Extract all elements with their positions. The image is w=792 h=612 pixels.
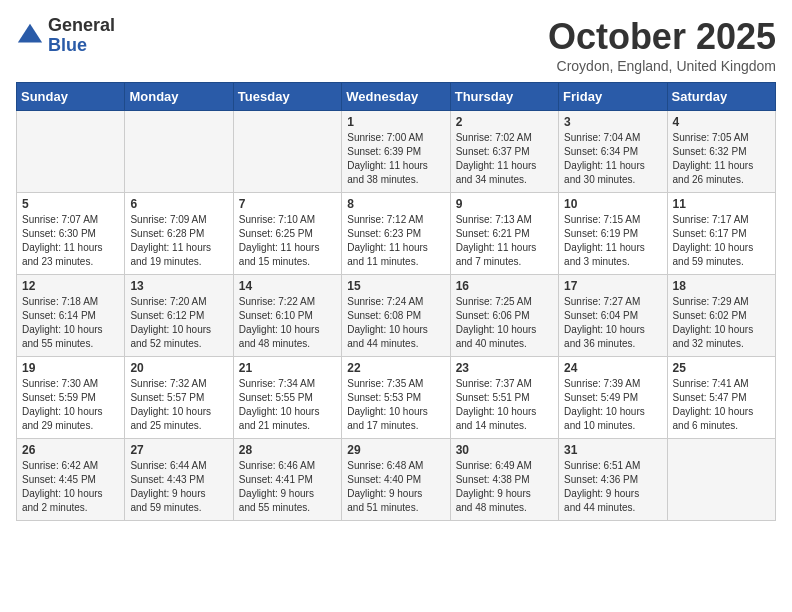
cell-w5-d3: 28Sunrise: 6:46 AM Sunset: 4:41 PM Dayli… <box>233 439 341 521</box>
logo-blue-text: Blue <box>48 36 115 56</box>
day-info: Sunrise: 7:37 AM Sunset: 5:51 PM Dayligh… <box>456 377 553 433</box>
cell-w5-d4: 29Sunrise: 6:48 AM Sunset: 4:40 PM Dayli… <box>342 439 450 521</box>
cell-w3-d7: 18Sunrise: 7:29 AM Sunset: 6:02 PM Dayli… <box>667 275 775 357</box>
day-info: Sunrise: 7:09 AM Sunset: 6:28 PM Dayligh… <box>130 213 227 269</box>
cell-w2-d7: 11Sunrise: 7:17 AM Sunset: 6:17 PM Dayli… <box>667 193 775 275</box>
page-header: General Blue October 2025 Croydon, Engla… <box>16 16 776 74</box>
day-info: Sunrise: 7:27 AM Sunset: 6:04 PM Dayligh… <box>564 295 661 351</box>
header-sunday: Sunday <box>17 83 125 111</box>
day-number: 1 <box>347 115 444 129</box>
day-number: 13 <box>130 279 227 293</box>
day-number: 15 <box>347 279 444 293</box>
cell-w2-d2: 6Sunrise: 7:09 AM Sunset: 6:28 PM Daylig… <box>125 193 233 275</box>
cell-w5-d5: 30Sunrise: 6:49 AM Sunset: 4:38 PM Dayli… <box>450 439 558 521</box>
day-info: Sunrise: 6:48 AM Sunset: 4:40 PM Dayligh… <box>347 459 444 515</box>
day-number: 22 <box>347 361 444 375</box>
cell-w2-d3: 7Sunrise: 7:10 AM Sunset: 6:25 PM Daylig… <box>233 193 341 275</box>
cell-w2-d5: 9Sunrise: 7:13 AM Sunset: 6:21 PM Daylig… <box>450 193 558 275</box>
month-title: October 2025 <box>548 16 776 58</box>
week-row-1: 1Sunrise: 7:00 AM Sunset: 6:39 PM Daylig… <box>17 111 776 193</box>
cell-w1-d1 <box>17 111 125 193</box>
cell-w5-d7 <box>667 439 775 521</box>
cell-w3-d2: 13Sunrise: 7:20 AM Sunset: 6:12 PM Dayli… <box>125 275 233 357</box>
day-info: Sunrise: 6:44 AM Sunset: 4:43 PM Dayligh… <box>130 459 227 515</box>
header-saturday: Saturday <box>667 83 775 111</box>
header-tuesday: Tuesday <box>233 83 341 111</box>
day-info: Sunrise: 7:10 AM Sunset: 6:25 PM Dayligh… <box>239 213 336 269</box>
logo-general-text: General <box>48 16 115 36</box>
cell-w5-d1: 26Sunrise: 6:42 AM Sunset: 4:45 PM Dayli… <box>17 439 125 521</box>
day-number: 24 <box>564 361 661 375</box>
day-number: 16 <box>456 279 553 293</box>
cell-w1-d7: 4Sunrise: 7:05 AM Sunset: 6:32 PM Daylig… <box>667 111 775 193</box>
day-info: Sunrise: 7:22 AM Sunset: 6:10 PM Dayligh… <box>239 295 336 351</box>
day-info: Sunrise: 7:15 AM Sunset: 6:19 PM Dayligh… <box>564 213 661 269</box>
day-number: 11 <box>673 197 770 211</box>
cell-w2-d6: 10Sunrise: 7:15 AM Sunset: 6:19 PM Dayli… <box>559 193 667 275</box>
cell-w4-d5: 23Sunrise: 7:37 AM Sunset: 5:51 PM Dayli… <box>450 357 558 439</box>
cell-w2-d4: 8Sunrise: 7:12 AM Sunset: 6:23 PM Daylig… <box>342 193 450 275</box>
header-row: SundayMondayTuesdayWednesdayThursdayFrid… <box>17 83 776 111</box>
cell-w3-d6: 17Sunrise: 7:27 AM Sunset: 6:04 PM Dayli… <box>559 275 667 357</box>
day-number: 21 <box>239 361 336 375</box>
week-row-2: 5Sunrise: 7:07 AM Sunset: 6:30 PM Daylig… <box>17 193 776 275</box>
day-number: 27 <box>130 443 227 457</box>
day-number: 31 <box>564 443 661 457</box>
cell-w1-d4: 1Sunrise: 7:00 AM Sunset: 6:39 PM Daylig… <box>342 111 450 193</box>
week-row-4: 19Sunrise: 7:30 AM Sunset: 5:59 PM Dayli… <box>17 357 776 439</box>
header-wednesday: Wednesday <box>342 83 450 111</box>
cell-w1-d5: 2Sunrise: 7:02 AM Sunset: 6:37 PM Daylig… <box>450 111 558 193</box>
day-number: 4 <box>673 115 770 129</box>
header-monday: Monday <box>125 83 233 111</box>
day-info: Sunrise: 6:46 AM Sunset: 4:41 PM Dayligh… <box>239 459 336 515</box>
cell-w5-d2: 27Sunrise: 6:44 AM Sunset: 4:43 PM Dayli… <box>125 439 233 521</box>
day-number: 5 <box>22 197 119 211</box>
day-number: 17 <box>564 279 661 293</box>
day-number: 9 <box>456 197 553 211</box>
header-friday: Friday <box>559 83 667 111</box>
day-number: 8 <box>347 197 444 211</box>
day-number: 7 <box>239 197 336 211</box>
cell-w2-d1: 5Sunrise: 7:07 AM Sunset: 6:30 PM Daylig… <box>17 193 125 275</box>
day-info: Sunrise: 7:02 AM Sunset: 6:37 PM Dayligh… <box>456 131 553 187</box>
cell-w4-d4: 22Sunrise: 7:35 AM Sunset: 5:53 PM Dayli… <box>342 357 450 439</box>
calendar-table: SundayMondayTuesdayWednesdayThursdayFrid… <box>16 82 776 521</box>
cell-w4-d1: 19Sunrise: 7:30 AM Sunset: 5:59 PM Dayli… <box>17 357 125 439</box>
day-number: 12 <box>22 279 119 293</box>
day-info: Sunrise: 7:07 AM Sunset: 6:30 PM Dayligh… <box>22 213 119 269</box>
header-thursday: Thursday <box>450 83 558 111</box>
day-info: Sunrise: 7:12 AM Sunset: 6:23 PM Dayligh… <box>347 213 444 269</box>
subtitle: Croydon, England, United Kingdom <box>548 58 776 74</box>
logo: General Blue <box>16 16 115 56</box>
day-info: Sunrise: 7:29 AM Sunset: 6:02 PM Dayligh… <box>673 295 770 351</box>
day-number: 28 <box>239 443 336 457</box>
day-number: 30 <box>456 443 553 457</box>
day-info: Sunrise: 7:20 AM Sunset: 6:12 PM Dayligh… <box>130 295 227 351</box>
day-info: Sunrise: 7:18 AM Sunset: 6:14 PM Dayligh… <box>22 295 119 351</box>
day-info: Sunrise: 7:30 AM Sunset: 5:59 PM Dayligh… <box>22 377 119 433</box>
day-info: Sunrise: 7:00 AM Sunset: 6:39 PM Dayligh… <box>347 131 444 187</box>
cell-w4-d6: 24Sunrise: 7:39 AM Sunset: 5:49 PM Dayli… <box>559 357 667 439</box>
day-number: 6 <box>130 197 227 211</box>
day-info: Sunrise: 7:05 AM Sunset: 6:32 PM Dayligh… <box>673 131 770 187</box>
logo-icon <box>16 22 44 50</box>
day-info: Sunrise: 7:35 AM Sunset: 5:53 PM Dayligh… <box>347 377 444 433</box>
cell-w1-d3 <box>233 111 341 193</box>
day-info: Sunrise: 7:25 AM Sunset: 6:06 PM Dayligh… <box>456 295 553 351</box>
day-info: Sunrise: 6:51 AM Sunset: 4:36 PM Dayligh… <box>564 459 661 515</box>
logo-text: General Blue <box>48 16 115 56</box>
day-number: 2 <box>456 115 553 129</box>
day-number: 10 <box>564 197 661 211</box>
cell-w1-d2 <box>125 111 233 193</box>
day-info: Sunrise: 7:04 AM Sunset: 6:34 PM Dayligh… <box>564 131 661 187</box>
cell-w4-d2: 20Sunrise: 7:32 AM Sunset: 5:57 PM Dayli… <box>125 357 233 439</box>
day-number: 29 <box>347 443 444 457</box>
cell-w3-d4: 15Sunrise: 7:24 AM Sunset: 6:08 PM Dayli… <box>342 275 450 357</box>
cell-w1-d6: 3Sunrise: 7:04 AM Sunset: 6:34 PM Daylig… <box>559 111 667 193</box>
calendar-header: SundayMondayTuesdayWednesdayThursdayFrid… <box>17 83 776 111</box>
day-number: 25 <box>673 361 770 375</box>
cell-w5-d6: 31Sunrise: 6:51 AM Sunset: 4:36 PM Dayli… <box>559 439 667 521</box>
cell-w3-d1: 12Sunrise: 7:18 AM Sunset: 6:14 PM Dayli… <box>17 275 125 357</box>
svg-marker-0 <box>18 24 42 43</box>
day-number: 23 <box>456 361 553 375</box>
